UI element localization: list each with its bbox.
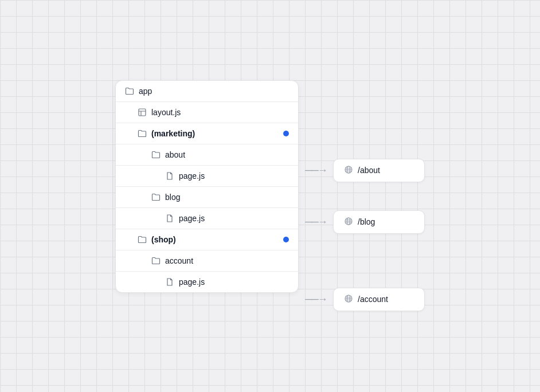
blog-arrow-container: ──→	[299, 216, 333, 228]
shop-label: (shop)	[151, 235, 283, 244]
diagram-container: app layout.js (marketing)	[115, 80, 425, 312]
about-route-badge: /about	[333, 159, 425, 182]
tree-row-about: about	[116, 144, 298, 166]
layout-label: layout.js	[151, 108, 289, 117]
tree-row-layout: layout.js	[116, 102, 298, 123]
svg-rect-0	[139, 109, 146, 116]
account-route-badge: /account	[333, 288, 425, 311]
about-globe-icon	[344, 165, 353, 176]
marketing-dot	[283, 131, 289, 136]
blog-folder-icon	[151, 193, 161, 202]
account-label: account	[165, 256, 289, 265]
tree-row-account-page: page.js	[116, 272, 298, 292]
layout-file-icon	[138, 108, 147, 117]
tree-row-shop: (shop)	[116, 229, 298, 250]
blog-arrow: ──→	[305, 216, 327, 228]
shop-dot	[283, 237, 289, 242]
spacer-blog-shop	[299, 235, 425, 287]
shop-folder-icon	[138, 235, 147, 244]
about-page-file-icon	[165, 171, 174, 181]
tree-row-blog: blog	[116, 187, 298, 208]
folder-icon	[125, 87, 134, 96]
about-arrow-container: ──→	[299, 164, 333, 177]
account-folder-icon	[151, 256, 161, 265]
tree-row-marketing: (marketing)	[116, 123, 298, 144]
blog-page-label: page.js	[179, 214, 289, 223]
file-tree: app layout.js (marketing)	[115, 80, 299, 293]
about-connector-row: ──→ /about	[299, 158, 425, 183]
account-page-file-icon	[165, 277, 174, 287]
blog-route-text: /blog	[358, 217, 375, 226]
routes-area: ──→ /about ──→	[299, 80, 425, 312]
about-route-text: /about	[358, 166, 380, 175]
account-connector-row: ──→ /account	[299, 287, 425, 312]
about-page-label: page.js	[179, 171, 289, 181]
blog-globe-icon	[344, 217, 353, 228]
marketing-label: (marketing)	[151, 129, 283, 138]
account-arrow-container: ──→	[299, 293, 333, 305]
marketing-folder-icon	[138, 129, 147, 138]
about-label: about	[165, 150, 289, 159]
account-route-text: /account	[358, 295, 388, 304]
blog-route-badge: /blog	[333, 210, 425, 234]
tree-row-blog-page: page.js	[116, 208, 298, 229]
tree-row-account: account	[116, 250, 298, 272]
app-label: app	[139, 87, 289, 96]
blog-connector-row: ──→ /blog	[299, 209, 425, 235]
spacer-top	[299, 80, 425, 158]
account-globe-icon	[344, 294, 353, 305]
blog-page-file-icon	[165, 214, 174, 223]
blog-label: blog	[165, 193, 289, 202]
spacer-about-page	[299, 183, 425, 209]
account-page-label: page.js	[179, 277, 289, 287]
tree-row-app: app	[116, 81, 298, 102]
tree-row-about-page: page.js	[116, 166, 298, 187]
account-arrow: ──→	[305, 293, 327, 305]
about-arrow: ──→	[305, 164, 327, 177]
about-folder-icon	[151, 150, 161, 159]
